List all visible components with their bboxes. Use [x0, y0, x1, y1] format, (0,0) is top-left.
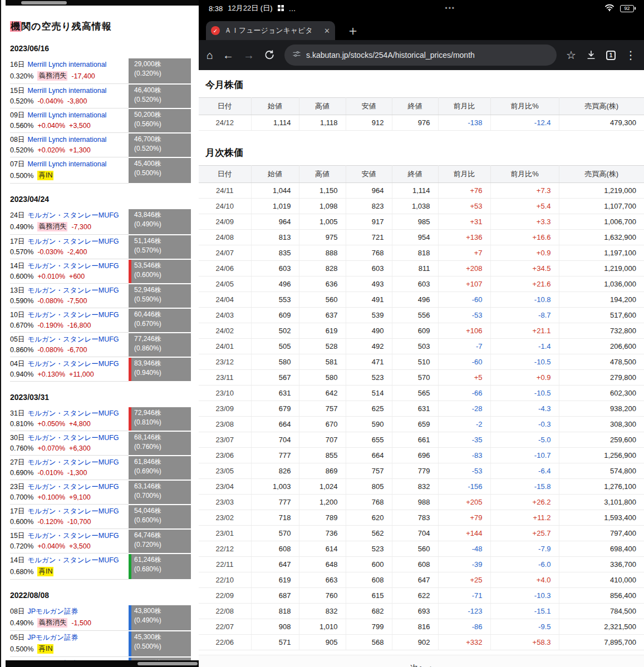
price-row: 24/06603828603811+208+34.51,219,000	[199, 261, 644, 276]
short-balance-row: 05日モルガン・スタンレーMUFG0.860%-0.080%-6,70077,2…	[10, 333, 191, 357]
date-cell: 23/10	[199, 386, 251, 401]
price-cell: -28	[438, 401, 490, 417]
date-cell: 22/09	[199, 588, 251, 604]
horizontal-scrollbar-bottom[interactable]	[6, 660, 199, 667]
short-balance-row: 24日モルガン・スタンレーMUFG0.490%義務消失-7,30043,846株…	[10, 209, 191, 235]
short-ratio: 0.320%	[10, 72, 33, 80]
price-cell: -0.3	[490, 417, 559, 432]
price-cell: +106	[438, 323, 490, 339]
institution-link[interactable]: モルガン・スタンレーMUFG	[27, 458, 119, 466]
institution-link[interactable]: JPモルガン証券	[27, 607, 78, 615]
institution-link[interactable]: モルガン・スタンレーMUFG	[27, 335, 119, 343]
institution-link[interactable]: モルガン・スタンレーMUFG	[27, 434, 119, 442]
institution-link[interactable]: Merrill Lynch international	[27, 87, 106, 95]
price-cell: -7.9	[490, 541, 559, 557]
date-cell: 24/09	[199, 214, 251, 230]
institution-link[interactable]: Merrill Lynch international	[27, 160, 106, 168]
price-cell: 600	[346, 557, 392, 572]
bar-shares: 45,400株	[134, 159, 190, 169]
institution-link[interactable]: モルガン・スタンレーMUFG	[27, 507, 119, 515]
bookmark-star-icon[interactable]: ☆	[566, 50, 576, 61]
row-line2: 0.490%義務消失-1,500	[10, 618, 126, 628]
row-text: 09日Merrill Lynch international0.560%+0.0…	[10, 108, 129, 133]
change-ratio: -0.120%	[37, 518, 63, 526]
price-cell: 492	[346, 339, 392, 354]
institution-link[interactable]: モルガン・スタンレーMUFG	[27, 286, 119, 294]
price-cell: 479,300	[559, 115, 644, 131]
price-cell: 1,118	[299, 115, 346, 131]
price-cell: -7	[438, 339, 490, 354]
menu-icon[interactable]: ⋮	[625, 50, 636, 61]
institution-link[interactable]: モルガン・スタンレーMUFG	[27, 360, 119, 368]
row-line2: 0.760%+0.070%+6,300	[10, 444, 126, 452]
institution-link[interactable]: モルガン・スタンレーMUFG	[27, 483, 119, 491]
price-cell: 636	[299, 276, 346, 292]
row-text: 16日Merrill Lynch international0.320%義務消失…	[10, 58, 129, 84]
horizontal-scrollbar-top[interactable]	[6, 0, 199, 6]
forward-icon[interactable]: →	[243, 50, 254, 61]
short-ratio: 0.680%	[10, 568, 33, 576]
institution-link[interactable]: Merrill Lynch international	[27, 111, 106, 119]
short-balance-row: 30日モルガン・スタンレーMUFG0.760%+0.070%+6,30068,1…	[10, 431, 191, 456]
reload-icon[interactable]	[264, 50, 275, 61]
institution-link[interactable]: モルガン・スタンレーMUFG	[27, 311, 119, 319]
price-cell: 856,400	[559, 588, 644, 604]
day-label: 24日	[10, 211, 24, 219]
price-cell: 1,005	[299, 214, 346, 230]
balance-bar: 46,400株(0.520%)	[129, 85, 191, 108]
row-line1: 27日モルガン・スタンレーMUFG	[10, 458, 126, 467]
tab-count-button[interactable]: 1	[606, 51, 616, 60]
url-text: s.kabutan.jp/stocks/254A/historical_pric…	[306, 51, 475, 60]
bar-shares: 63,146株	[134, 482, 190, 491]
date-cell: 24/05	[199, 276, 251, 292]
price-cell: -66	[438, 386, 490, 401]
price-cell: 1,219,000	[559, 183, 644, 199]
scrollbar-thumb[interactable]	[21, 1, 67, 4]
institution-link[interactable]: モルガン・スタンレーMUFG	[27, 238, 119, 245]
institution-link[interactable]: Merrill Lynch international	[27, 136, 106, 144]
institution-link[interactable]: モルガン・スタンレーMUFG	[27, 532, 119, 540]
balance-bar: 54,046株(0.600%)	[129, 505, 191, 528]
status-bar: 8:38 12月22日 (日) … ••• 92	[199, 0, 644, 17]
price-cell: 510	[392, 354, 438, 370]
row-line2: 0.520%-0.040%-3,800	[10, 97, 126, 105]
new-tab-button[interactable]: ＋	[346, 24, 360, 37]
price-cell: +26.2	[490, 495, 559, 510]
page-title-rest: 関の空売り残高情報	[21, 21, 112, 32]
column-header: 終値	[392, 166, 438, 183]
scrollbar-thumb[interactable]	[137, 662, 198, 665]
short-balance-row: 23日モルガン・スタンレーMUFG0.700%+0.100%+9,10063,1…	[10, 480, 191, 505]
price-cell: 567	[251, 370, 299, 386]
price-cell: 539	[346, 308, 392, 323]
bar-ratio: (0.490%)	[134, 220, 190, 229]
price-cell: 805	[346, 479, 392, 495]
institution-link[interactable]: モルガン・スタンレーMUFG	[27, 211, 119, 219]
price-cell: 777	[251, 448, 299, 463]
institution-link[interactable]: Merrill Lynch international	[27, 61, 106, 68]
tab-close-icon[interactable]: ✕	[324, 27, 330, 35]
price-cell: -53	[438, 463, 490, 479]
institution-link[interactable]: JPモルガン証券	[27, 634, 78, 641]
home-icon[interactable]: ⌂	[207, 50, 213, 61]
institution-link[interactable]: モルガン・スタンレーMUFG	[27, 556, 119, 564]
short-balance-row: 15日モルガン・スタンレーMUFG0.720%+0.040%+3,50064,7…	[10, 529, 191, 554]
institution-link[interactable]: モルガン・スタンレーMUFG	[27, 409, 119, 417]
browser-tab[interactable]: ✓ ＡＩフュージョンキャピタ ✕	[206, 21, 335, 40]
price-cell: 1,006,700	[559, 214, 644, 230]
short-ratio: 0.520%	[10, 97, 33, 105]
row-line1: 08日Merrill Lynch international	[10, 135, 126, 145]
column-header: 始値	[251, 166, 299, 183]
change-shares: +3,500	[69, 122, 91, 130]
price-row: 22/06571905568902+332+58.37,895,700	[199, 635, 644, 650]
next-page-button[interactable]: 次へ ›	[199, 655, 644, 667]
price-cell: 514	[346, 386, 392, 401]
back-icon[interactable]: ←	[223, 50, 234, 61]
url-bar[interactable]: s.kabutan.jp/stocks/254A/historical_pric…	[284, 45, 557, 66]
row-line1: 13日モルガン・スタンレーMUFG	[10, 286, 126, 295]
download-icon[interactable]	[586, 50, 597, 61]
row-text: 23日モルガン・スタンレーMUFG0.700%+0.100%+9,100	[10, 480, 129, 505]
day-label: 27日	[10, 458, 24, 466]
price-cell: 818	[392, 245, 438, 261]
price-cell: 478,500	[559, 354, 644, 370]
institution-link[interactable]: モルガン・スタンレーMUFG	[27, 262, 119, 270]
